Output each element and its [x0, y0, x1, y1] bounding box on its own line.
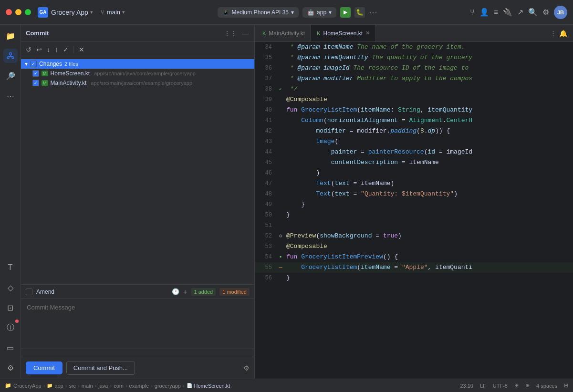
changes-group-header[interactable]: ▾ ✓ Changes 2 files — [21, 59, 254, 69]
run-button[interactable]: ▶ — [340, 7, 351, 18]
code-line-40: 40 fun GroceryListItem(itemName: String,… — [255, 105, 573, 115]
indent-indicator[interactable]: 4 spaces — [536, 383, 557, 389]
device-selector[interactable]: 📱 Medium Phone API 35 ▾ — [218, 7, 299, 18]
more-actions-icon[interactable]: ⋯ — [369, 7, 377, 18]
commit-message-input[interactable] — [21, 299, 254, 347]
file-checkbox-mainactivity[interactable]: ✓ — [32, 80, 39, 86]
maximize-button[interactable] — [25, 9, 31, 15]
rail-notification-icon[interactable]: ⓘ — [3, 320, 18, 335]
run-configs-icon[interactable]: ≡ — [494, 8, 498, 17]
rail-bottom-icon1[interactable]: T — [3, 260, 18, 275]
tab-mainactivity[interactable]: K MainActivity.kt — [257, 25, 311, 41]
code-line-56: 56 } — [255, 273, 573, 283]
line-indicator: ✓ — [277, 84, 284, 94]
line-number: 50 — [255, 210, 277, 220]
branch-name: main — [107, 9, 120, 16]
breadcrumb-app[interactable]: app — [54, 383, 63, 389]
debug-button[interactable]: 🐛 — [354, 7, 365, 18]
code-line-50: 50 } — [255, 210, 573, 220]
code-line-39: 39 @Composable — [255, 94, 573, 105]
run-target-label: app — [317, 9, 326, 16]
avatar[interactable]: JB — [554, 6, 567, 19]
zoom-icon: ⊕ — [525, 382, 530, 389]
share-icon[interactable]: ↗ — [517, 8, 523, 17]
branch-selector[interactable]: ⑂ main ▾ — [101, 9, 125, 16]
line-indicator: ▪ — [277, 252, 284, 262]
rail-more-icon[interactable]: ⋯ — [3, 89, 18, 103]
settings-icon[interactable]: ⚙ — [542, 8, 549, 17]
line-number: 47 — [255, 178, 277, 189]
rail-terminal-icon[interactable]: ▭ — [3, 340, 18, 355]
close-vcs-icon[interactable]: ✕ — [78, 45, 85, 54]
layout-icon: ⊟ — [564, 382, 568, 389]
breadcrumb-main[interactable]: main — [82, 383, 93, 389]
line-number: 34 — [255, 42, 277, 52]
history-icon[interactable]: 🕐 — [172, 288, 179, 295]
notifications-icon[interactable]: 🔔 — [559, 30, 567, 37]
breadcrumb-groceryapp2[interactable]: groceryapp — [155, 383, 181, 389]
push-icon[interactable]: ↑ — [54, 45, 59, 54]
minimize-button[interactable] — [15, 9, 21, 15]
rail-settings-bottom-icon[interactable]: ⚙ — [3, 361, 18, 375]
search-icon[interactable]: 🔍 — [528, 8, 538, 17]
gear-inline-icon[interactable]: ⚙ — [279, 231, 282, 241]
line-content: * @param imageId The resource ID of the … — [284, 63, 573, 73]
panel-options-icon[interactable]: ⋮⋮ — [223, 29, 238, 38]
breadcrumb-java[interactable]: java — [98, 383, 108, 389]
line-number: 44 — [255, 147, 277, 157]
update-icon[interactable]: ↓ — [46, 45, 51, 54]
rail-bottom-icon2[interactable]: ◇ — [3, 280, 18, 295]
line-number: 46 — [255, 168, 277, 178]
close-button[interactable] — [6, 9, 12, 15]
amend-checkbox[interactable] — [26, 289, 32, 295]
vcs-icon[interactable]: ⑂ — [470, 8, 475, 17]
line-number: 41 — [255, 115, 277, 126]
editor-tab-actions: ⋮ 🔔 — [546, 30, 571, 37]
breadcrumb-groceryapp[interactable]: GroceryApp — [13, 383, 42, 389]
encoding-indicator[interactable]: UTF-8 — [493, 383, 508, 389]
code-line-48: 48 Text(text = "Quantity: $itemQuantity"… — [255, 189, 573, 199]
status-right: 23:10 LF UTF-8 ⊞ ⊕ 4 spaces ⊟ — [460, 382, 568, 389]
refresh-icon[interactable]: ↺ — [25, 45, 32, 54]
panel-collapse-icon[interactable]: — — [241, 29, 250, 38]
toolbar-separator — [73, 46, 74, 53]
line-content: } — [284, 210, 573, 220]
line-content: @Preview(showBackground = true) — [284, 231, 573, 241]
file-checkbox-homescreen[interactable]: ✓ — [32, 70, 39, 77]
device-icon: 📱 — [222, 9, 229, 16]
amend-label: Amend — [36, 289, 168, 295]
breadcrumb-com[interactable]: com — [114, 383, 124, 389]
code-line-34: 34 * @param itemName The name of the gro… — [255, 42, 573, 52]
tab-close-icon[interactable]: ✕ — [365, 30, 370, 36]
list-item[interactable]: ✓ M MainActivity.kt app/src/main/java/co… — [21, 78, 254, 88]
rail-project-icon[interactable]: 📁 — [3, 29, 18, 43]
changes-group-checkbox[interactable]: ✓ — [30, 61, 37, 67]
list-item[interactable]: ✓ M HomeScreen.kt app/src/main/java/com/… — [21, 69, 254, 78]
left-panel-bottom-toolbar — [21, 349, 254, 357]
plugins-icon[interactable]: 🔌 — [503, 8, 512, 17]
file-path-mainactivity: app/src/main/java/com/example/groceryapp — [91, 80, 192, 86]
tab-homescreen[interactable]: K HomeScreen.kt ✕ — [311, 25, 376, 41]
rollback-icon[interactable]: ↩ — [35, 45, 43, 54]
breadcrumb-homescreen[interactable]: HomeScreen.kt — [194, 383, 230, 389]
breadcrumb-example[interactable]: example — [129, 383, 149, 389]
tab-actions-icon[interactable]: ⋮ — [550, 30, 556, 37]
run-target-selector[interactable]: 🤖 app ▾ — [302, 7, 336, 18]
titlebar-center: 📱 Medium Phone API 35 ▾ 🤖 app ▾ ▶ 🐛 ⋯ — [125, 7, 470, 18]
commit-settings-icon[interactable]: ⚙ — [243, 364, 250, 372]
commit-button[interactable]: Commit — [26, 361, 63, 374]
check-icon[interactable]: ✓ — [62, 45, 70, 54]
rail-vcs-icon[interactable] — [3, 49, 18, 63]
line-content: Column(horizontalAlignment = Alignment.C… — [284, 115, 573, 126]
line-number: 36 — [255, 63, 277, 73]
line-number: 56 — [255, 273, 277, 283]
line-ending-indicator[interactable]: LF — [480, 383, 486, 389]
rail-find-icon[interactable]: 🔎 — [3, 69, 18, 83]
find-icon[interactable]: 👤 — [479, 8, 489, 17]
breadcrumb-src[interactable]: src — [69, 383, 76, 389]
add-icon[interactable]: + — [183, 288, 188, 296]
code-editor-content[interactable]: 34 * @param itemName The name of the gro… — [255, 42, 573, 379]
rail-bottom-icon3[interactable]: ⊡ — [3, 300, 18, 315]
svg-point-2 — [12, 57, 14, 59]
commit-and-push-button[interactable]: Commit and Push... — [66, 361, 135, 375]
